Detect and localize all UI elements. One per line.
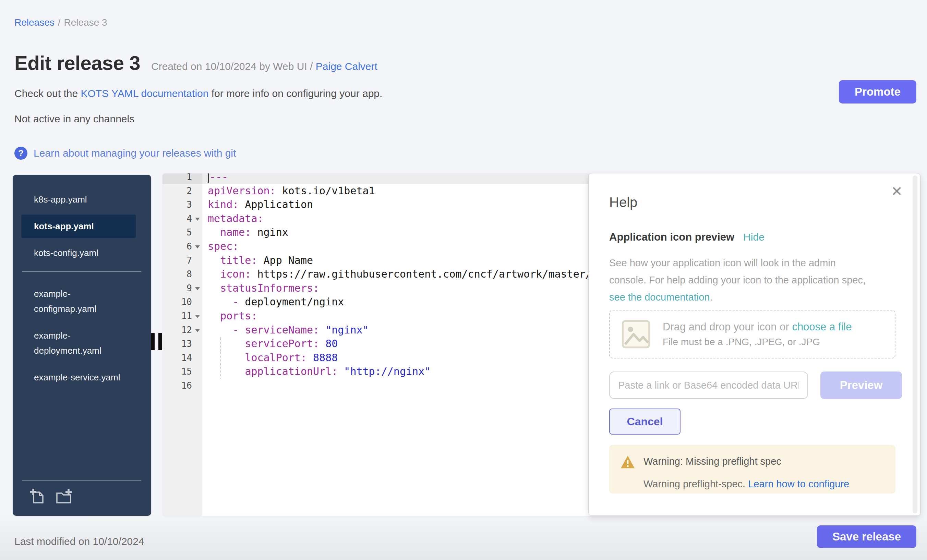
warning-icon [620,455,635,469]
close-icon[interactable]: ✕ [889,184,904,199]
file-tab-label: example-configmap.yaml [34,286,127,316]
file-tab-kots-app.yaml[interactable]: kots-app.yaml [21,214,136,238]
line-number: 3 [163,198,202,212]
file-group-divider [22,272,141,272]
page-header: Edit release 3 Created on 10/10/2024 by … [14,52,377,74]
file-tab-example-deployment.yaml[interactable]: example-deployment.yaml [21,324,136,362]
line-number: 15 [163,365,202,379]
file-tab-kots-config.yaml[interactable]: kots-config.yaml [21,241,136,264]
line-number: 8 [163,267,202,281]
description-text: See how your application icon will look … [609,257,866,285]
dropzone-label: Drag and drop your icon or [663,321,792,333]
fold-toggle-icon[interactable] [195,245,200,249]
line-number: 11 [163,309,202,323]
line-number: 5 [163,226,202,240]
line-number: 9 [163,281,202,296]
file-tab-example-configmap.yaml[interactable]: example-configmap.yaml [21,282,136,320]
line-number: 14 [163,351,202,365]
kots-yaml-docs-link[interactable]: KOTS YAML documentation [81,88,208,99]
help-scrollbar[interactable] [913,176,917,513]
line-number: 16 [163,379,202,393]
last-modified-text: Last modified on 10/10/2024 [14,536,144,547]
promote-button[interactable]: Promote [839,80,916,103]
sidebar-resize-handle-bar[interactable] [151,333,155,350]
sidebar-resize-handle-bar[interactable] [158,333,162,350]
new-folder-icon[interactable] [55,488,73,505]
line-number: 10 [163,295,202,309]
fold-toggle-icon[interactable] [195,315,200,318]
warning-title: Warning: Missing preflight spec [643,456,781,467]
created-info: Created on 10/10/2024 by Web UI / Paige … [151,61,377,72]
learn-how-to-configure-link[interactable]: Learn how to configure [748,478,849,489]
indent-guide [220,337,221,351]
help-panel: ✕ Help Application icon preview Hide See… [588,173,921,516]
indent-guide [220,351,221,365]
file-tab-k8s-app.yaml[interactable]: k8s-app.yaml [21,188,136,211]
line-number: 1 [163,173,202,184]
breadcrumb-releases-link[interactable]: Releases [14,17,55,28]
line-number: 13 [163,337,202,351]
file-tab-label: example-deployment.yaml [34,328,127,358]
file-tab-label: example-service.yaml [34,370,120,385]
text-cursor [208,173,209,183]
sidebar-actions [22,481,141,505]
breadcrumb: Releases/Release 3 [14,17,107,28]
line-number: 4 [163,212,202,226]
help-panel-title: Help [609,195,637,210]
line-number: 7 [163,253,202,268]
save-release-button[interactable]: Save release [817,525,916,548]
hide-link[interactable]: Hide [743,231,764,243]
git-releases-link[interactable]: Learn about managing your releases with … [33,147,236,159]
question-circle-icon: ? [14,147,27,160]
dropzone-text: Drag and drop your icon or choose a file… [663,321,852,348]
file-tab-label: kots-config.yaml [34,245,99,261]
choose-file-link[interactable]: choose a file [792,321,852,333]
channel-status: Not active in any channels [14,113,134,125]
file-tree-sidebar: k8s-app.yamlkots-app.yamlkots-config.yam… [13,175,151,516]
fold-toggle-icon[interactable] [195,329,200,332]
file-groups: k8s-app.yamlkots-app.yamlkots-config.yam… [13,175,151,389]
line-number: 6 [163,240,202,253]
fold-toggle-icon[interactable] [195,287,200,290]
warning-detail-text: Warning preflight-spec. [643,478,748,489]
description-period: . [710,291,713,303]
icon-url-input[interactable] [609,372,808,399]
breadcrumb-current: Release 3 [64,17,107,28]
preview-button[interactable]: Preview [821,372,902,399]
breadcrumb-separator: / [58,17,61,28]
description-pre: Check out the [14,88,81,99]
file-tab-label: k8s-app.yaml [34,192,87,207]
file-tab-label: kots-app.yaml [34,219,94,234]
icon-preview-title: Application icon preview [609,231,734,243]
page-title: Edit release 3 [14,52,140,74]
git-help-row: ? Learn about managing your releases wit… [14,147,236,160]
created-text: Created on 10/10/2024 by Web UI / [151,61,313,72]
fold-toggle-icon[interactable] [195,218,200,221]
indent-guide [220,365,221,379]
new-file-icon[interactable] [29,488,47,505]
dropzone-hint: File must be a .PNG, .JPEG, or .JPG [663,337,852,348]
file-tab-example-service.yaml[interactable]: example-service.yaml [21,366,136,389]
line-number: 12 [163,323,202,337]
warning-detail: Warning preflight-spec. Learn how to con… [643,478,849,490]
icon-preview-section-header: Application icon preview Hide [609,231,764,243]
description-line: Check out the KOTS YAML documentation fo… [14,88,382,99]
line-number: 2 [163,184,202,198]
icon-dropzone[interactable]: Drag and drop your icon or choose a file… [609,310,895,358]
created-by-link[interactable]: Paige Calvert [316,61,377,72]
preflight-warning-box: Warning: Missing preflight spec Warning … [609,445,895,493]
description-post: for more info on configuring your app. [208,88,382,99]
see-documentation-link[interactable]: see the documentation [609,291,710,303]
cancel-button[interactable]: Cancel [609,408,681,434]
icon-preview-description: See how your application icon will look … [609,254,873,306]
image-placeholder-icon [622,320,650,349]
